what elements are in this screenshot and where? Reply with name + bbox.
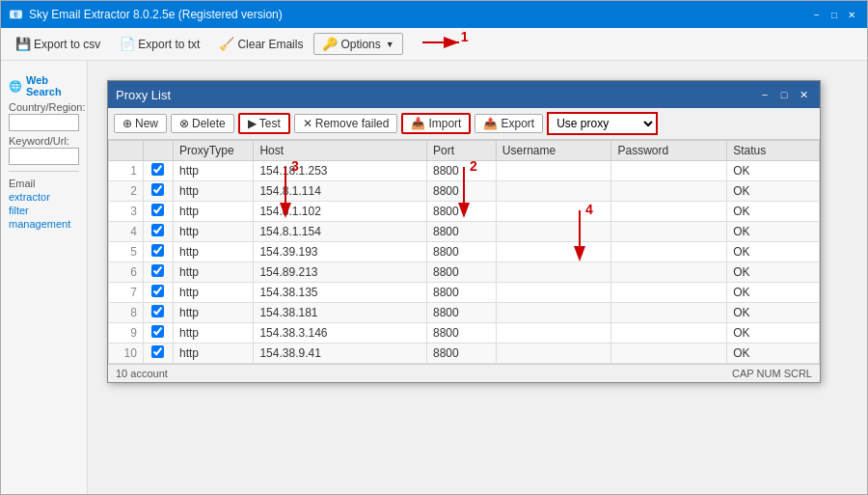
table-row[interactable]: 9 http 154.38.3.146 8800 OK [109, 323, 820, 344]
new-proxy-button[interactable]: ⊕ New [114, 114, 167, 133]
row-checkbox[interactable] [143, 202, 173, 222]
row-checkbox[interactable] [143, 242, 173, 262]
keyword-input[interactable] [9, 148, 79, 165]
row-status: OK [727, 222, 820, 242]
col-username-header: Username [496, 141, 611, 161]
proxy-table-container: ProxyType Host Port Username Password St… [108, 140, 820, 364]
row-username [496, 323, 611, 344]
row-proxytype: http [174, 323, 254, 344]
row-port: 8800 [426, 344, 496, 364]
row-host: 154.8.1.154 [254, 222, 427, 242]
modal-statusbar: 10 account CAP NUM SCRL [108, 364, 820, 382]
table-row[interactable]: 8 http 154.38.181 8800 OK [109, 303, 820, 323]
row-num: 5 [109, 242, 144, 262]
row-password [611, 262, 727, 283]
col-host-header: Host [254, 141, 427, 161]
country-input[interactable] [9, 114, 79, 131]
app-icon: 📧 [9, 8, 23, 21]
row-host: 154.38.181 [254, 303, 427, 323]
account-count: 10 account [116, 368, 168, 379]
row-checkbox[interactable] [143, 323, 173, 344]
modal-toolbar: ⊕ New ⊗ Delete ▶ Test ✕ [108, 108, 820, 140]
row-proxytype: http [174, 344, 254, 364]
left-panel: 🌐 Web Search Country/Region: Keyword/Url… [1, 61, 88, 494]
row-password [611, 344, 727, 364]
row-checkbox[interactable] [143, 303, 173, 323]
export-csv-icon: 💾 [15, 37, 31, 51]
row-port: 8800 [426, 303, 496, 323]
modal-close-button[interactable]: ✕ [795, 86, 812, 103]
close-button[interactable]: ✕ [844, 7, 859, 22]
title-bar: 📧 Sky Email Extractor 8.0.2.5e (Register… [1, 1, 867, 28]
row-password [611, 323, 727, 344]
options-button[interactable]: 🔑 Options ▼ [313, 33, 402, 55]
maximize-button[interactable]: □ [827, 7, 842, 22]
modal-minimize-button[interactable]: − [756, 86, 773, 103]
remove-failed-button[interactable]: ✕ Remove failed [294, 114, 398, 133]
proxy-table: ProxyType Host Port Username Password St… [108, 140, 820, 364]
row-username [496, 181, 611, 202]
row-host: 154.89.213 [254, 262, 427, 283]
filter-link[interactable]: filter [9, 205, 79, 216]
proxy-table-body: 1 http 154.18.1.253 8800 OK 2 http 154.8… [109, 161, 820, 364]
options-icon: 🔑 [322, 37, 338, 51]
col-port-header: Port [426, 141, 496, 161]
table-row[interactable]: 2 http 154.8.1.114 8800 OK [109, 181, 820, 202]
row-host: 154.38.3.146 [254, 323, 427, 344]
table-row[interactable]: 4 http 154.8.1.154 8800 OK [109, 222, 820, 242]
row-proxytype: http [174, 283, 254, 303]
row-host: 154.39.193 [254, 242, 427, 262]
modal-title: Proxy List [116, 88, 171, 102]
table-header-row: ProxyType Host Port Username Password St… [109, 141, 820, 161]
table-row[interactable]: 10 http 154.38.9.41 8800 OK [109, 344, 820, 364]
row-port: 8800 [426, 181, 496, 202]
row-status: OK [727, 262, 820, 283]
proxy-mode-select[interactable]: Use proxy Don't use proxy Random proxy [547, 112, 658, 135]
row-host: 154.38.135 [254, 283, 427, 303]
row-password [611, 181, 727, 202]
table-row[interactable]: 6 http 154.89.213 8800 OK [109, 262, 820, 283]
export-txt-icon: 📄 [120, 37, 135, 51]
row-status: OK [727, 161, 820, 181]
export-proxy-button[interactable]: 📤 Export [475, 114, 543, 133]
delete-proxy-button[interactable]: ⊗ Delete [171, 114, 234, 133]
row-num: 8 [109, 303, 144, 323]
clear-emails-button[interactable]: 🧹 Clear Emails [210, 33, 312, 55]
minimize-button[interactable]: − [809, 7, 825, 22]
export-csv-button[interactable]: 💾 Export to csv [7, 33, 109, 55]
col-check-header [143, 141, 173, 161]
management-link[interactable]: management [9, 218, 79, 230]
row-port: 8800 [426, 323, 496, 344]
row-checkbox[interactable] [143, 262, 173, 283]
col-status-header: Status [727, 141, 820, 161]
row-num: 10 [109, 344, 144, 364]
row-username [496, 161, 611, 181]
extractor-link[interactable]: extractor [9, 191, 79, 203]
keyboard-status: CAP NUM SCRL [732, 368, 812, 379]
row-port: 8800 [426, 222, 496, 242]
row-status: OK [727, 283, 820, 303]
row-username [496, 202, 611, 222]
row-username [496, 222, 611, 242]
row-checkbox[interactable] [143, 283, 173, 303]
import-proxy-button[interactable]: 📥 Import [401, 113, 471, 134]
new-icon: ⊕ [122, 117, 132, 130]
row-checkbox[interactable] [143, 344, 173, 364]
table-row[interactable]: 1 http 154.18.1.253 8800 OK [109, 161, 820, 181]
table-row[interactable]: 5 http 154.39.193 8800 OK [109, 242, 820, 262]
row-host: 154.38.9.41 [254, 344, 427, 364]
modal-maximize-button[interactable]: □ [775, 86, 793, 103]
proxy-list-modal: Proxy List − □ ✕ ⊕ New [107, 80, 821, 383]
import-icon: 📥 [411, 117, 425, 130]
row-status: OK [727, 344, 820, 364]
table-row[interactable]: 7 http 154.38.135 8800 OK [109, 283, 820, 303]
row-checkbox[interactable] [143, 181, 173, 202]
email-links: Email extractor filter management [9, 178, 79, 230]
row-status: OK [727, 303, 820, 323]
row-checkbox[interactable] [143, 161, 173, 181]
table-row[interactable]: 3 http 154.8.1.102 8800 OK [109, 202, 820, 222]
test-proxy-button[interactable]: ▶ Test [238, 113, 290, 134]
export-txt-button[interactable]: 📄 Export to txt [111, 33, 208, 55]
row-checkbox[interactable] [143, 222, 173, 242]
row-password [611, 161, 727, 181]
